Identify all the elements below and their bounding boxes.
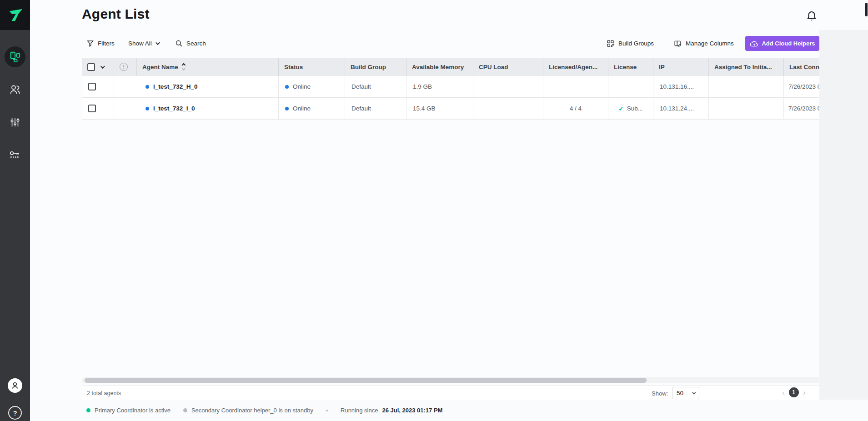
manage-columns-button[interactable]: Manage Columns bbox=[674, 36, 734, 51]
assigned-to-cell bbox=[708, 98, 783, 119]
header-build-group-label: Build Group bbox=[351, 64, 386, 70]
table-row[interactable]: l_test_732_I_0 Online Default 15.4 GB 4 … bbox=[82, 98, 819, 120]
prev-page-button[interactable]: ‹ bbox=[782, 389, 785, 396]
header-licensed-agents-label: Licensed/Agen... bbox=[549, 64, 597, 70]
bell-icon bbox=[805, 10, 818, 23]
coordinator-status-bar: Primary Coordinator is active Secondary … bbox=[30, 400, 868, 421]
filters-button[interactable]: Filters bbox=[86, 36, 115, 51]
search-icon bbox=[175, 40, 183, 47]
chevron-down-icon bbox=[692, 391, 696, 394]
alert-glyph: ! bbox=[123, 64, 125, 70]
page-size-select[interactable]: 50 bbox=[672, 387, 699, 399]
add-cloud-helpers-label: Add Cloud Helpers bbox=[762, 40, 815, 47]
available-memory-cell: 1.9 GB bbox=[406, 76, 473, 97]
sidebar-item-settings[interactable] bbox=[0, 110, 30, 135]
running-since-label: Running since bbox=[341, 407, 378, 414]
row-checkbox[interactable] bbox=[88, 83, 96, 90]
primary-coordinator-status: Primary Coordinator is active bbox=[95, 407, 171, 414]
sliders-icon bbox=[10, 117, 20, 128]
cpu-load-cell bbox=[473, 98, 543, 119]
build-group-cell: Default bbox=[345, 76, 406, 97]
header-status[interactable]: Status bbox=[278, 58, 345, 76]
show-all-dropdown[interactable]: Show All bbox=[128, 36, 159, 51]
header-license-label: License bbox=[614, 64, 637, 70]
row-checkbox[interactable] bbox=[88, 105, 96, 112]
status-text: Online bbox=[293, 83, 311, 90]
header-license[interactable]: License bbox=[608, 58, 653, 76]
header-status-label: Status bbox=[284, 64, 303, 70]
select-all-checkbox[interactable] bbox=[87, 63, 95, 71]
horizontal-scrollbar-thumb[interactable] bbox=[85, 378, 647, 383]
last-connected-cell: 7/26/2023 0 bbox=[783, 76, 819, 97]
agent-online-dot bbox=[146, 85, 149, 89]
ip-cell: 10.131.24.... bbox=[653, 98, 708, 119]
header-assigned-to-label: Assigned To Initia... bbox=[714, 64, 772, 70]
available-memory-cell: 15.4 GB bbox=[406, 98, 473, 119]
filters-label: Filters bbox=[98, 40, 115, 47]
status-cell: Online bbox=[278, 76, 345, 97]
show-all-label: Show All bbox=[128, 40, 152, 47]
pagination: ‹ 1 › bbox=[782, 387, 805, 397]
header-cpu-load-label: CPU Load bbox=[479, 64, 508, 70]
build-groups-icon bbox=[607, 40, 615, 48]
search-button[interactable]: Search bbox=[175, 36, 206, 51]
row-alert-cell bbox=[114, 98, 136, 119]
agent-name-cell[interactable]: l_test_732_I_0 bbox=[136, 98, 278, 119]
header-select-all[interactable] bbox=[82, 58, 114, 76]
header-alerts[interactable]: ! bbox=[114, 58, 136, 76]
add-cloud-helpers-button[interactable]: Add Cloud Helpers bbox=[745, 36, 819, 51]
manage-columns-label: Manage Columns bbox=[686, 40, 734, 47]
header-ip-label: IP bbox=[659, 64, 665, 70]
avatar-icon bbox=[10, 381, 20, 390]
header-agent-name[interactable]: Agent Name bbox=[136, 58, 278, 76]
header-ip[interactable]: IP bbox=[653, 58, 708, 76]
help-icon: ? bbox=[8, 406, 22, 420]
header-licensed-agents[interactable]: Licensed/Agen... bbox=[543, 58, 608, 76]
agent-name[interactable]: l_test_732_H_0 bbox=[153, 83, 198, 90]
last-connected-cell: 7/26/2023 0 bbox=[783, 98, 819, 119]
header-available-memory[interactable]: Available Memory bbox=[406, 58, 473, 76]
header-available-memory-label: Available Memory bbox=[412, 64, 464, 70]
header-agent-name-label: Agent Name bbox=[142, 64, 178, 70]
agent-name[interactable]: l_test_732_I_0 bbox=[153, 105, 195, 112]
help-glyph: ? bbox=[13, 409, 17, 417]
page-size-value: 50 bbox=[677, 390, 683, 396]
search-label: Search bbox=[186, 40, 206, 47]
key-icon bbox=[9, 150, 21, 160]
cpu-load-cell bbox=[473, 76, 543, 97]
table-header-row: ! Agent Name Status Build Group Availabl… bbox=[82, 58, 819, 76]
alert-circle-icon: ! bbox=[120, 63, 128, 71]
horizontal-scrollbar[interactable] bbox=[82, 377, 819, 383]
brand-logo[interactable] bbox=[0, 0, 30, 30]
sidebar-item-help[interactable]: ? bbox=[0, 400, 30, 421]
agent-name-cell[interactable]: l_test_732_H_0 bbox=[136, 76, 278, 97]
header-last-connected[interactable]: Last Connec bbox=[783, 58, 819, 76]
table-footer: 2 total agents Show: 50 ‹ 1 › bbox=[82, 386, 819, 400]
table-row[interactable]: l_test_732_H_0 Online Default 1.9 GB 10.… bbox=[82, 76, 819, 98]
header-build-group[interactable]: Build Group bbox=[345, 58, 406, 76]
incredibuild-logo-icon bbox=[6, 7, 24, 23]
check-icon: ✓ bbox=[618, 105, 624, 112]
secondary-coordinator-status: Secondary Coordinator helper_0 is on sta… bbox=[191, 407, 313, 414]
sidebar-item-users[interactable] bbox=[0, 77, 30, 102]
manage-columns-icon bbox=[674, 40, 682, 48]
cloud-plus-icon bbox=[749, 40, 758, 47]
vertical-scrollbar-thumb[interactable] bbox=[865, 3, 868, 16]
sidebar-item-agents[interactable] bbox=[0, 44, 30, 70]
current-page-badge[interactable]: 1 bbox=[789, 387, 799, 397]
header-assigned-to[interactable]: Assigned To Initia... bbox=[708, 58, 783, 76]
select-menu-chevron-icon[interactable] bbox=[100, 64, 105, 69]
next-page-button[interactable]: › bbox=[803, 389, 806, 396]
show-label: Show: bbox=[652, 390, 668, 397]
build-groups-button[interactable]: Build Groups bbox=[607, 36, 654, 51]
sidebar-item-account[interactable] bbox=[0, 373, 30, 398]
header-cpu-load[interactable]: CPU Load bbox=[473, 58, 543, 76]
ip-cell: 10.131.16.... bbox=[653, 76, 708, 97]
notifications-button[interactable] bbox=[805, 10, 818, 23]
build-group-cell: Default bbox=[345, 98, 406, 119]
license-cell bbox=[608, 76, 653, 97]
header-last-connected-label: Last Connec bbox=[789, 64, 819, 70]
sort-icon[interactable] bbox=[182, 64, 185, 70]
sidebar-item-license[interactable] bbox=[0, 142, 30, 168]
avatar bbox=[8, 378, 22, 393]
